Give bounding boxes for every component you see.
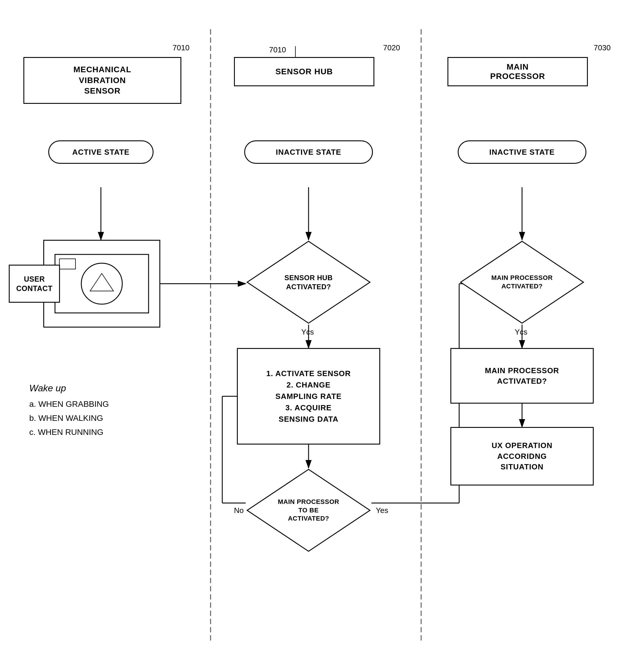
yes-label-3: Ycs xyxy=(515,327,527,337)
ref-7010-label: 7010 xyxy=(172,43,189,52)
main-proc-to-be-activated-diamond: MAIN PROCESSOR TO BE ACTIVATED? xyxy=(246,468,371,553)
wakeup-note: Wake up a. WHEN GRABBING b. WHEN WALKING… xyxy=(29,380,109,439)
main-proc-activated-1-text: MAIN PROCESSOR ACTIVATED? xyxy=(491,274,553,291)
ref-7030-label: 7030 xyxy=(594,43,611,52)
ux-operation-text: UX OPERATION ACCORIDNG SITUATION xyxy=(492,440,552,472)
mvs-label-box: MECHANICAL VIBRATION SENSOR xyxy=(23,57,181,104)
inactive-state-2-pill: INACTIVE STATE xyxy=(458,140,586,164)
active-state-pill: ACTIVE STATE xyxy=(48,140,154,164)
wakeup-items: a. WHEN GRABBING b. WHEN WALKING c. WHEN… xyxy=(29,399,109,436)
inactive-state-1-pill: INACTIVE STATE xyxy=(244,140,373,164)
activate-sensor-box: 1. ACTIVATE SENSOR 2. CHANGE SAMPLING RA… xyxy=(237,348,380,444)
no-label: No xyxy=(234,506,244,515)
user-contact-box: USER CONTACT xyxy=(9,265,60,303)
sensor-hub-label-box: SENSOR HUB xyxy=(234,57,374,86)
main-proc-activated-1-diamond: MAIN PROCESSOR ACTIVATED? xyxy=(459,240,585,325)
inactive-state-2-text: INACTIVE STATE xyxy=(489,148,555,157)
ref-7020-label: 7020 xyxy=(383,43,400,52)
active-state-text: ACTIVE STATE xyxy=(72,148,130,157)
sensor-hub-label-text: SENSOR HUB xyxy=(276,67,333,76)
main-processor-activated-box: MAIN PROCESSOR ACTIVATED? xyxy=(451,348,594,404)
yes-label-1: Ycs xyxy=(301,327,314,337)
main-processor-label-box: MAIN PROCESSOR xyxy=(447,57,588,86)
activate-sensor-text: 1. ACTIVATE SENSOR 2. CHANGE SAMPLING RA… xyxy=(266,368,351,425)
main-processor-label-text: MAIN PROCESSOR xyxy=(490,62,545,81)
diagram: 7010 MECHANICAL VIBRATION SENSOR 7010 AC… xyxy=(0,0,644,663)
mvs-label-text: MECHANICAL VIBRATION SENSOR xyxy=(73,64,131,96)
main-proc-to-be-activated-text: MAIN PROCESSOR TO BE ACTIVATED? xyxy=(277,498,340,523)
ux-operation-box: UX OPERATION ACCORIDNG SITUATION xyxy=(451,427,594,485)
main-processor-activated-text: MAIN PROCESSOR ACTIVATED? xyxy=(485,365,559,387)
wakeup-title: Wake up xyxy=(29,380,109,396)
user-contact-text: USER CONTACT xyxy=(16,274,53,293)
svg-marker-21 xyxy=(90,273,113,291)
svg-rect-22 xyxy=(60,259,75,269)
svg-point-20 xyxy=(81,263,122,304)
yes-label-2: Yes xyxy=(376,506,388,515)
ref-7010: 7010 xyxy=(269,45,286,54)
inactive-state-1-text: INACTIVE STATE xyxy=(276,148,341,157)
sensor-hub-activated-text: SENSOR HUB ACTIVATED? xyxy=(284,273,332,291)
sensor-device-box xyxy=(43,240,160,327)
sensor-hub-activated-diamond: SENSOR HUB ACTIVATED? xyxy=(246,240,371,325)
